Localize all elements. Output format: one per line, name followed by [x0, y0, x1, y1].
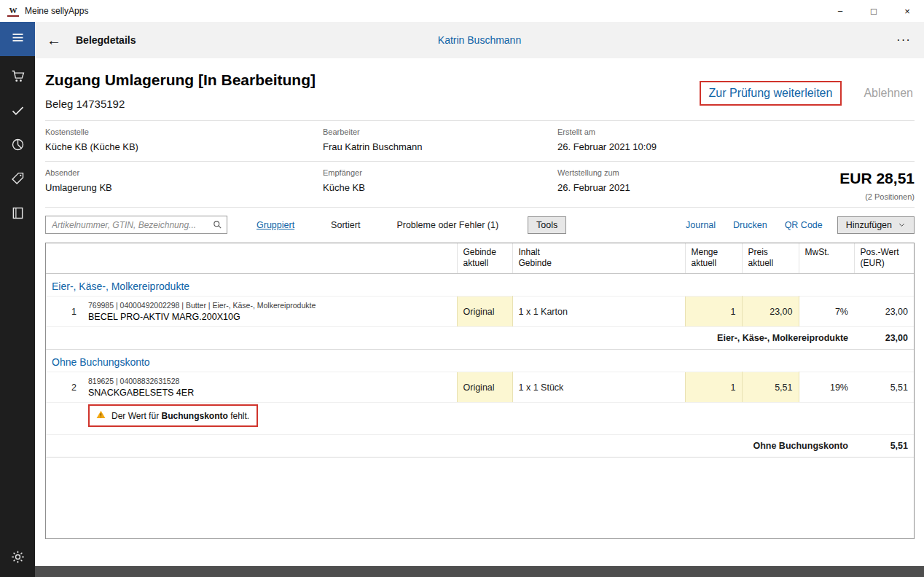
meta-value: Küche KB: [323, 182, 557, 193]
document-titles: Zugang Umlagerung [In Bearbeitung] Beleg…: [45, 66, 316, 120]
close-button[interactable]: ×: [890, 0, 924, 22]
list-toolbar: Gruppiert Sortiert Probleme oder Fehler …: [45, 216, 915, 234]
qr-code-link[interactable]: QR Code: [785, 220, 823, 230]
article-cell[interactable]: 769985 | 04000492002298 | Butter | Eier-…: [82, 297, 457, 327]
subtotal-label: Eier-, Käse-, Molkereiprodukte: [46, 327, 854, 350]
row-number: 2: [46, 372, 82, 403]
article-meta: 819625 | 04008832631528: [88, 377, 451, 385]
sidebar-item-statistics[interactable]: [0, 129, 35, 163]
menu-button[interactable]: [0, 22, 35, 56]
titlebar: W Meine sellyApps − □ ×: [0, 0, 924, 22]
preis-cell[interactable]: 5,51: [742, 372, 799, 403]
meta-label: Wertstellung zum: [557, 168, 732, 177]
sorted-toggle[interactable]: Sortiert: [331, 220, 360, 230]
sidebar-item-settings[interactable]: [0, 541, 35, 576]
minimize-button[interactable]: −: [823, 0, 857, 22]
inhalt-cell: 1 x 1 Stück: [512, 372, 685, 403]
add-button[interactable]: Hinzufügen: [837, 216, 915, 234]
sidebar-item-cart[interactable]: [0, 60, 35, 95]
check-icon: [10, 103, 26, 121]
col-header-wert: Pos.-Wert (EUR): [854, 243, 914, 274]
meta-label: Kostenstelle: [45, 127, 323, 136]
sidebar-item-tasks[interactable]: [0, 95, 35, 129]
col-header-num: [46, 243, 82, 274]
page-title: Belegdetails: [76, 34, 136, 46]
back-arrow-icon: ←: [47, 32, 61, 48]
user-name-link[interactable]: Katrin Buschmann: [438, 34, 521, 46]
more-options-button[interactable]: ···: [896, 33, 911, 47]
forward-for-review-button[interactable]: Zur Prüfung weiterleiten: [700, 81, 842, 106]
meta-label: Bearbeiter: [323, 127, 557, 136]
meta-value: 26. Februar 2021 10:09: [557, 141, 915, 152]
reject-button[interactable]: Ablehnen: [864, 87, 913, 100]
col-header-inhalt: Inhalt Gebinde: [512, 243, 685, 274]
wert-cell: 23,00: [854, 297, 914, 327]
mwst-cell: 19%: [799, 372, 854, 403]
catalog-book-icon: [10, 205, 26, 224]
meta-row-2: Absender Umlagerung KB Empfänger Küche K…: [45, 162, 915, 207]
maximize-button[interactable]: □: [857, 0, 890, 22]
meta-row-1: Kostenstelle Küche KB (Küche KB) Bearbei…: [45, 121, 915, 161]
article-name: BECEL PRO-AKTIV MARG.200X10G: [88, 312, 451, 322]
inhalt-cell: 1 x 1 Karton: [512, 297, 685, 327]
col-header-gebinde: Gebinde aktuell: [457, 243, 512, 274]
meta-wertstellung: Wertstellung zum 26. Februar 2021: [557, 168, 732, 201]
gebinde-cell[interactable]: Original: [457, 372, 512, 403]
problems-filter[interactable]: Probleme oder Fehler (1): [396, 220, 498, 230]
back-button[interactable]: ←: [47, 33, 61, 47]
warning-text: Der Wert für Buchungskonto fehlt.: [111, 411, 249, 421]
article-cell[interactable]: 819625 | 04008832631528 SNACKGABELSETS 4…: [82, 372, 457, 403]
meta-kostenstelle: Kostenstelle Küche KB (Küche KB): [45, 127, 323, 152]
gear-icon: [10, 549, 26, 568]
price-tag-icon: [10, 171, 26, 189]
meta-label: Absender: [45, 168, 323, 177]
tools-button[interactable]: Tools: [528, 216, 566, 234]
search-input[interactable]: [46, 216, 227, 233]
sidebar-item-catalog[interactable]: [0, 197, 35, 232]
menge-cell[interactable]: 1: [685, 372, 742, 403]
journal-link[interactable]: Journal: [686, 220, 716, 230]
cart-icon: [10, 68, 26, 87]
warning-icon: [95, 409, 106, 422]
col-header-article: [82, 243, 457, 274]
app-window: W Meine sellyApps − □ ×: [0, 0, 924, 577]
search-box: [45, 216, 227, 234]
meta-label: Empfänger: [323, 168, 557, 177]
row-number: 1: [46, 297, 82, 327]
subtotal-value: 5,51: [854, 435, 914, 458]
bottom-status-strip: [35, 566, 924, 577]
col-header-mwst: MwSt.: [799, 243, 854, 274]
window-title: Meine sellyApps: [25, 6, 88, 16]
meta-absender: Absender Umlagerung KB: [45, 168, 323, 201]
table-header-row: Gebinde aktuell Inhalt Gebinde Menge akt…: [46, 243, 914, 274]
print-link[interactable]: Drucken: [733, 220, 767, 230]
col-header-preis: Preis aktuell: [742, 243, 799, 274]
document-total: EUR 28,51 (2 Positionen): [732, 168, 915, 201]
search-icon[interactable]: [212, 219, 223, 230]
group-name: Ohne Buchungskonto: [46, 350, 914, 372]
window-controls: − □ ×: [823, 0, 924, 22]
document-title: Zugang Umlagerung [In Bearbeitung]: [45, 71, 316, 89]
group-header: Eier-, Käse-, Molkereiprodukte: [46, 274, 914, 297]
grouped-toggle[interactable]: Gruppiert: [257, 220, 294, 230]
meta-empfaenger: Empfänger Küche KB: [323, 168, 557, 201]
group-name: Eier-, Käse-, Molkereiprodukte: [46, 274, 914, 297]
app-logo-icon: W: [7, 5, 19, 17]
gebinde-cell[interactable]: Original: [457, 297, 512, 327]
table-row[interactable]: 1 769985 | 04000492002298 | Butter | Eie…: [46, 297, 914, 327]
meta-erstellt-am: Erstellt am 26. Februar 2021 10:09: [557, 127, 915, 152]
wert-cell: 5,51: [854, 372, 914, 403]
group-subtotal-row: Eier-, Käse-, Molkereiprodukte 23,00: [46, 327, 914, 350]
meta-label: Erstellt am: [557, 127, 915, 136]
table-row[interactable]: 2 819625 | 04008832631528 SNACKGABELSETS…: [46, 372, 914, 403]
preis-cell[interactable]: 23,00: [742, 297, 799, 327]
empty-cell: [46, 403, 82, 435]
menge-cell[interactable]: 1: [685, 297, 742, 327]
mwst-cell: 7%: [799, 297, 854, 327]
subtotal-label: Ohne Buchungskonto: [46, 435, 854, 458]
group-header: Ohne Buchungskonto: [46, 350, 914, 372]
meta-value: Frau Katrin Buschmann: [323, 141, 557, 152]
positions-count: (2 Positionen): [732, 192, 915, 201]
meta-bearbeiter: Bearbeiter Frau Katrin Buschmann: [323, 127, 557, 152]
sidebar-item-prices[interactable]: [0, 163, 35, 197]
